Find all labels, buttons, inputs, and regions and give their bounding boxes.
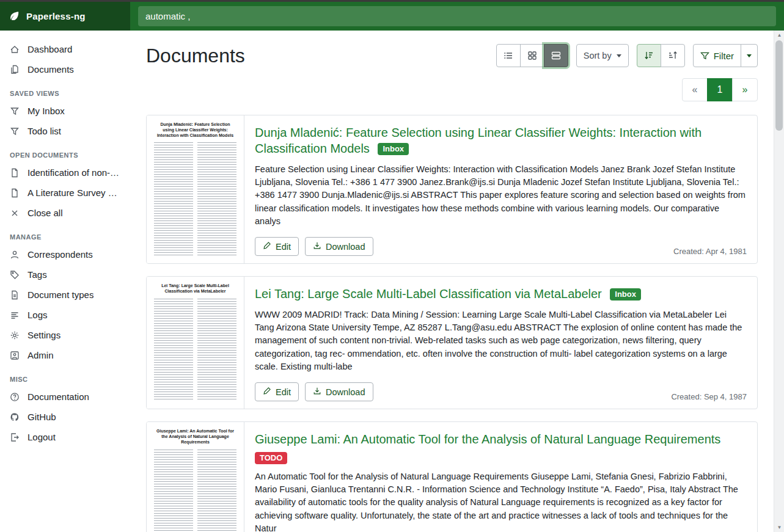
tag-badge[interactable]: Inbox [378, 143, 409, 155]
sort-up-icon [668, 51, 678, 60]
tag-badge[interactable]: Inbox [610, 288, 641, 301]
list-view-icon [504, 51, 513, 60]
created-date: Created: Apr 4, 1981 [673, 247, 747, 256]
sidebar-item-open-doc-2[interactable]: A Literature Survey on ... [0, 183, 130, 203]
document-title-link[interactable]: Giuseppe Lami: An Automatic Tool for the… [255, 432, 720, 446]
document-card: Giuseppe Lami: An Automatic Tool for the… [146, 421, 758, 532]
download-button[interactable]: Download [305, 237, 373, 256]
sidebar-item-logout[interactable]: Logout [0, 427, 130, 447]
funnel-icon [700, 51, 709, 60]
toolbar: Sort by Filter [496, 44, 758, 67]
tag-badge[interactable]: TODO [255, 452, 287, 464]
sidebar-item-document-types[interactable]: Document types [0, 285, 130, 305]
document-thumbnail[interactable]: Giuseppe Lami: An Automatic Tool for the… [147, 422, 244, 532]
list-icon [10, 310, 20, 320]
close-icon [10, 208, 20, 218]
scroll-down-arrow[interactable]: ▼ [774, 523, 784, 532]
person-icon [10, 250, 20, 260]
main-content: Documents Sort by [130, 31, 774, 532]
edit-button[interactable]: Edit [255, 382, 299, 401]
sidebar-item-documents[interactable]: Documents [0, 59, 130, 79]
edit-button[interactable]: Edit [255, 237, 299, 256]
document-title: Dunja Mladenić: Feature Selection using … [255, 125, 747, 157]
page-title: Documents [146, 45, 245, 67]
sidebar-item-tags[interactable]: Tags [0, 264, 130, 285]
pencil-icon [263, 387, 271, 397]
document-snippet: An Automatic Tool for the Analysis of Na… [255, 470, 747, 532]
sort-by-dropdown[interactable]: Sort by [576, 44, 629, 67]
sort-ascending-button[interactable] [661, 44, 685, 67]
page-header: Documents Sort by [146, 44, 758, 67]
sidebar-item-my-inbox[interactable]: My Inbox [0, 101, 130, 121]
document-thumbnail[interactable]: Dunja Mladenić: Feature Selection using … [147, 115, 244, 263]
document-card: Lei Tang: Large Scale Multi-Label Classi… [146, 276, 758, 409]
sidebar-item-logs[interactable]: Logs [0, 305, 130, 325]
sidebar-item-open-doc-1[interactable]: Identification of non-fu... [0, 162, 130, 183]
funnel-icon [10, 106, 20, 116]
sidebar-item-dashboard[interactable]: Dashboard [0, 39, 130, 59]
grid-view-icon [527, 51, 537, 60]
sidebar-item-github[interactable]: GitHub [0, 407, 130, 427]
filter-split-button: Filter [693, 44, 758, 67]
section-misc: MISC [0, 365, 130, 387]
document-title: Giuseppe Lami: An Automatic Tool for the… [255, 431, 747, 447]
sort-descending-button[interactable] [637, 44, 661, 67]
sort-down-icon [644, 51, 654, 60]
pencil-icon [263, 241, 271, 252]
scrollbar[interactable]: ▲ ▼ [774, 31, 784, 532]
pagination: « 1 » [146, 78, 758, 101]
file-icon [10, 168, 20, 178]
section-saved-views: SAVED VIEWS [0, 79, 130, 101]
sidebar-item-close-all[interactable]: Close all [0, 203, 130, 223]
sidebar-item-documentation[interactable]: Documentation [0, 387, 130, 407]
download-icon [313, 241, 321, 252]
section-manage: MANAGE [0, 223, 130, 244]
documents-icon [10, 65, 20, 75]
funnel-icon [10, 126, 20, 136]
sidebar-item-todo-list[interactable]: Todo list [0, 121, 130, 141]
chevron-down-icon [747, 54, 752, 57]
document-snippet: Feature Selection using Linear Classifie… [255, 163, 747, 228]
pagination-prev-button[interactable]: « [682, 78, 708, 101]
created-date: Created: Sep 4, 1987 [671, 392, 747, 401]
filter-dropdown-toggle[interactable] [741, 44, 758, 67]
tag-icon [10, 270, 20, 280]
pagination-page-1-button[interactable]: 1 [707, 78, 733, 101]
search-input[interactable] [138, 6, 776, 26]
view-toggle-group [496, 44, 568, 67]
document-card: Dunja Mladenić: Feature Selection using … [146, 115, 758, 264]
app-brand[interactable]: Paperless-ng [0, 2, 130, 31]
grid-view-button[interactable] [520, 44, 544, 67]
file-icon [10, 188, 20, 198]
pagination-next-button[interactable]: » [732, 78, 758, 101]
paperless-leaf-icon [9, 10, 20, 22]
file-text-icon [10, 290, 20, 300]
sidebar-item-admin[interactable]: Admin [0, 345, 130, 365]
app-title: Paperless-ng [26, 11, 86, 21]
section-open-documents: OPEN DOCUMENTS [0, 141, 130, 162]
github-icon [10, 412, 20, 422]
chevron-down-icon [617, 54, 621, 57]
document-title-link[interactable]: Dunja Mladenić: Feature Selection using … [255, 126, 702, 155]
sidebar: Dashboard Documents SAVED VIEWS My Inbox… [0, 31, 130, 532]
details-view-button[interactable] [544, 44, 568, 67]
list-view-button[interactable] [496, 44, 521, 67]
download-button[interactable]: Download [305, 382, 373, 401]
document-snippet: WWW 2009 MADRID! Track: Data Mining / Se… [255, 308, 747, 374]
document-thumbnail[interactable]: Lei Tang: Large Scale Multi-Label Classi… [147, 277, 244, 409]
scrollbar-thumb[interactable] [775, 40, 783, 131]
home-icon [10, 45, 20, 54]
logout-icon [10, 432, 20, 442]
sidebar-item-correspondents[interactable]: Correspondents [0, 244, 130, 264]
sidebar-item-settings[interactable]: Settings [0, 325, 130, 345]
details-view-icon [551, 51, 561, 60]
download-icon [313, 387, 321, 397]
scroll-up-arrow[interactable]: ▲ [774, 31, 784, 40]
gear-icon [10, 330, 20, 340]
question-circle-icon [10, 392, 20, 402]
document-title-link[interactable]: Lei Tang: Large Scale Multi-Label Classi… [255, 287, 602, 301]
document-title: Lei Tang: Large Scale Multi-Label Classi… [255, 286, 747, 302]
filter-button[interactable]: Filter [693, 44, 741, 67]
sort-direction-group [637, 44, 685, 67]
search-bar [130, 2, 784, 31]
